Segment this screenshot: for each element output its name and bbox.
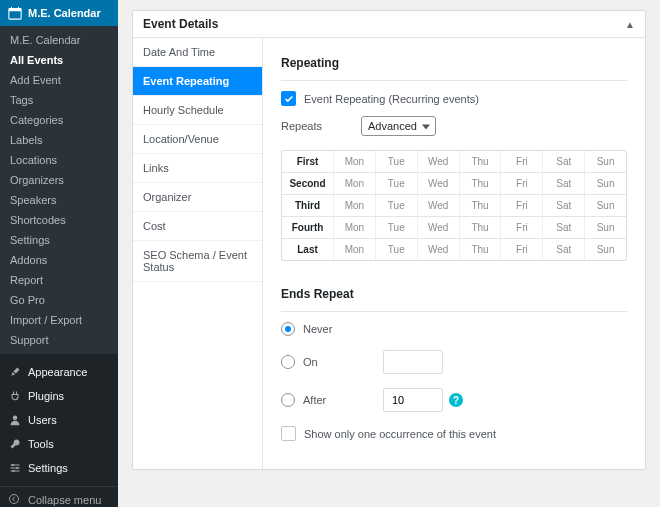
- help-icon[interactable]: ?: [449, 393, 463, 407]
- daygrid-cell[interactable]: Wed: [418, 151, 460, 172]
- show-one-checkbox[interactable]: [281, 426, 296, 441]
- daygrid-cell[interactable]: Tue: [376, 239, 418, 260]
- panel-toggle-icon[interactable]: ▲: [625, 19, 635, 30]
- ends-repeat-heading: Ends Repeat: [281, 281, 627, 312]
- ends-option-label: On: [303, 356, 363, 368]
- sidebar-header[interactable]: M.E. Calendar: [0, 0, 118, 26]
- repeats-label: Repeats: [281, 120, 361, 132]
- daygrid-cell[interactable]: Fri: [501, 173, 543, 194]
- submenu-item[interactable]: Locations: [0, 150, 118, 170]
- submenu-item[interactable]: M.E. Calendar: [0, 30, 118, 50]
- ends-input[interactable]: [383, 388, 443, 412]
- advanced-day-grid: FirstMonTueWedThuFriSatSunSecondMonTueWe…: [281, 150, 627, 261]
- submenu-item[interactable]: Organizers: [0, 170, 118, 190]
- submenu-item[interactable]: All Events: [0, 50, 118, 70]
- ends-input[interactable]: [383, 350, 443, 374]
- daygrid-row-label: Third: [282, 195, 334, 216]
- panel-tab[interactable]: Event Repeating: [133, 67, 262, 96]
- panel-tab[interactable]: Cost: [133, 212, 262, 241]
- repeats-select[interactable]: Advanced: [361, 116, 436, 136]
- submenu-item[interactable]: Categories: [0, 110, 118, 130]
- submenu-item[interactable]: Speakers: [0, 190, 118, 210]
- panel-tab[interactable]: Hourly Schedule: [133, 96, 262, 125]
- submenu-item[interactable]: Settings: [0, 230, 118, 250]
- event-repeating-checkbox[interactable]: [281, 91, 296, 106]
- ends-radio[interactable]: [281, 393, 295, 407]
- daygrid-cell[interactable]: Tue: [376, 151, 418, 172]
- mainmenu: AppearancePluginsUsersToolsSettings: [0, 354, 118, 486]
- daygrid-cell[interactable]: Mon: [334, 151, 376, 172]
- mainmenu-item[interactable]: Appearance: [0, 360, 118, 384]
- daygrid-cell[interactable]: Thu: [460, 217, 502, 238]
- daygrid-cell[interactable]: Wed: [418, 173, 460, 194]
- submenu-item[interactable]: Shortcodes: [0, 210, 118, 230]
- daygrid-cell[interactable]: Wed: [418, 217, 460, 238]
- daygrid-cell[interactable]: Tue: [376, 195, 418, 216]
- daygrid-cell[interactable]: Fri: [501, 217, 543, 238]
- daygrid-cell[interactable]: Mon: [334, 195, 376, 216]
- daygrid-cell[interactable]: Fri: [501, 239, 543, 260]
- daygrid-cell[interactable]: Sat: [543, 239, 585, 260]
- mainmenu-item[interactable]: Users: [0, 408, 118, 432]
- daygrid-row-label: Fourth: [282, 217, 334, 238]
- daygrid-cell[interactable]: Sat: [543, 217, 585, 238]
- mainmenu-label: Plugins: [28, 390, 64, 402]
- daygrid-row: FourthMonTueWedThuFriSatSun: [282, 217, 626, 239]
- submenu-item[interactable]: Addons: [0, 250, 118, 270]
- daygrid-cell[interactable]: Wed: [418, 239, 460, 260]
- panel-tab[interactable]: Date And Time: [133, 38, 262, 67]
- submenu-item[interactable]: Go Pro: [0, 290, 118, 310]
- daygrid-cell[interactable]: Mon: [334, 239, 376, 260]
- event-details-panel: Event Details ▲ Date And TimeEvent Repea…: [132, 10, 646, 470]
- daygrid-cell[interactable]: Mon: [334, 217, 376, 238]
- daygrid-cell[interactable]: Sun: [585, 217, 626, 238]
- daygrid-cell[interactable]: Fri: [501, 195, 543, 216]
- svg-point-5: [12, 464, 14, 466]
- form-area: Repeating Event Repeating (Recurring eve…: [263, 38, 645, 469]
- daygrid-cell[interactable]: Thu: [460, 173, 502, 194]
- submenu-item[interactable]: Tags: [0, 90, 118, 110]
- mainmenu-item[interactable]: Settings: [0, 456, 118, 480]
- daygrid-cell[interactable]: Mon: [334, 173, 376, 194]
- mainmenu-item[interactable]: Tools: [0, 432, 118, 456]
- submenu-item[interactable]: Add Event: [0, 70, 118, 90]
- panel-tab[interactable]: Location/Venue: [133, 125, 262, 154]
- daygrid-row: SecondMonTueWedThuFriSatSun: [282, 173, 626, 195]
- collapse-menu[interactable]: Collapse menu: [0, 486, 118, 507]
- submenu-item[interactable]: Import / Export: [0, 310, 118, 330]
- svg-point-4: [13, 416, 18, 421]
- daygrid-cell[interactable]: Sat: [543, 151, 585, 172]
- daygrid-cell[interactable]: Sun: [585, 195, 626, 216]
- panel-tab[interactable]: Organizer: [133, 183, 262, 212]
- daygrid-row-label: First: [282, 151, 334, 172]
- mainmenu-label: Appearance: [28, 366, 87, 378]
- daygrid-cell[interactable]: Sun: [585, 173, 626, 194]
- daygrid-cell[interactable]: Sat: [543, 195, 585, 216]
- daygrid-cell[interactable]: Sun: [585, 239, 626, 260]
- show-one-label: Show only one occurrence of this event: [304, 428, 496, 440]
- ends-option-label: After: [303, 394, 363, 406]
- daygrid-cell[interactable]: Sun: [585, 151, 626, 172]
- ends-radio[interactable]: [281, 355, 295, 369]
- daygrid-cell[interactable]: Fri: [501, 151, 543, 172]
- ends-option-row: Never: [281, 322, 627, 336]
- submenu-item[interactable]: Labels: [0, 130, 118, 150]
- daygrid-row-label: Last: [282, 239, 334, 260]
- daygrid-cell[interactable]: Tue: [376, 217, 418, 238]
- submenu-item[interactable]: Report: [0, 270, 118, 290]
- daygrid-cell[interactable]: Thu: [460, 195, 502, 216]
- daygrid-cell[interactable]: Thu: [460, 239, 502, 260]
- daygrid-cell[interactable]: Sat: [543, 173, 585, 194]
- submenu-item[interactable]: Support: [0, 330, 118, 350]
- brush-icon: [8, 365, 22, 379]
- ends-radio[interactable]: [281, 322, 295, 336]
- daygrid-cell[interactable]: Tue: [376, 173, 418, 194]
- panel-tabs: Date And TimeEvent RepeatingHourly Sched…: [133, 38, 263, 469]
- mainmenu-item[interactable]: Plugins: [0, 384, 118, 408]
- panel-tab[interactable]: SEO Schema / Event Status: [133, 241, 262, 282]
- daygrid-cell[interactable]: Wed: [418, 195, 460, 216]
- svg-point-6: [16, 467, 18, 469]
- daygrid-cell[interactable]: Thu: [460, 151, 502, 172]
- mainmenu-label: Settings: [28, 462, 68, 474]
- panel-tab[interactable]: Links: [133, 154, 262, 183]
